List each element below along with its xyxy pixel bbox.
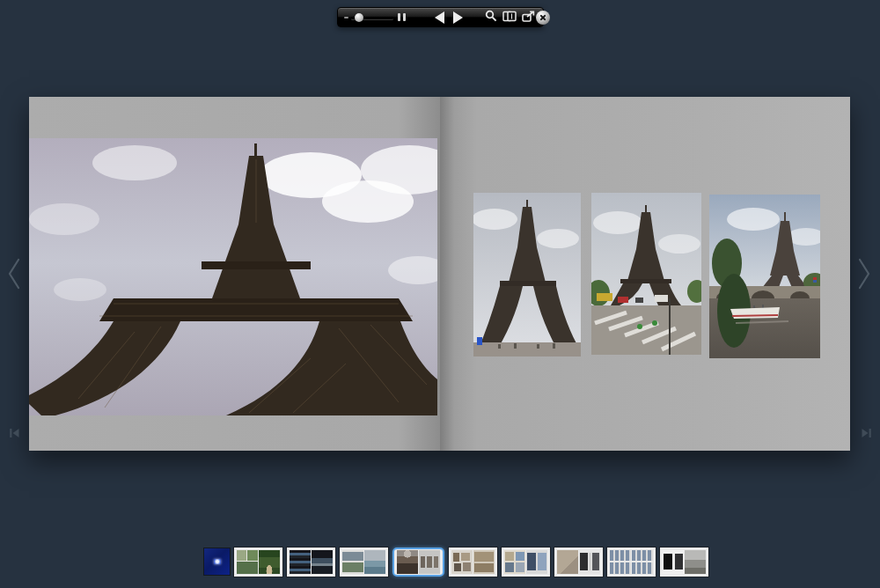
thumb-mini-page xyxy=(312,550,333,574)
thumb-mini-page xyxy=(579,550,600,574)
thumb-mini-page xyxy=(610,550,631,574)
thumb-mini-page xyxy=(290,550,311,574)
zoom-button[interactable] xyxy=(485,10,497,25)
photo-eiffel-street xyxy=(591,193,701,355)
thumb-mini-page xyxy=(259,550,280,574)
chevron-right-icon xyxy=(854,280,873,293)
thumb-mini-page xyxy=(237,550,258,574)
photo-eiffel-base xyxy=(473,193,581,356)
thumb-mini-page xyxy=(451,550,473,574)
thumbnail-spread-2[interactable] xyxy=(287,548,335,577)
previous-spread-arrow[interactable] xyxy=(5,257,25,293)
thumbnail-spread-8[interactable] xyxy=(607,548,656,577)
skip-to-first-icon xyxy=(9,428,20,441)
thumb-mini-page xyxy=(342,550,363,574)
previous-page-button[interactable] xyxy=(435,11,444,24)
book-spread xyxy=(29,97,850,451)
thumbnail-spread-9[interactable] xyxy=(660,548,708,577)
thumbnail-view-button[interactable] xyxy=(502,11,517,25)
thumb-mini-page xyxy=(473,550,495,574)
pause-button[interactable] xyxy=(393,13,406,21)
next-spread-arrow[interactable] xyxy=(854,257,873,293)
thumb-mini-page xyxy=(557,550,578,574)
thumb-mini-page xyxy=(632,550,653,574)
photo-eiffel-river xyxy=(709,195,820,358)
left-page[interactable] xyxy=(29,97,440,451)
thumbnail-spread-1[interactable] xyxy=(234,548,282,577)
left-triangle-icon xyxy=(435,11,444,24)
chevron-left-icon xyxy=(5,280,25,293)
cover-emblem-icon xyxy=(214,559,221,564)
pause-icon xyxy=(398,13,406,21)
thumbnail-spread-4[interactable] xyxy=(392,548,444,577)
thumb-mini-page xyxy=(364,550,385,574)
right-triangle-icon xyxy=(453,11,463,24)
toolbar xyxy=(337,7,544,27)
thumb-mini-page xyxy=(526,550,547,574)
thumb-mini-page xyxy=(397,550,418,574)
share-icon xyxy=(522,11,536,25)
thumb-mini-page xyxy=(663,550,684,574)
share-button[interactable] xyxy=(522,11,536,25)
first-page-button[interactable] xyxy=(9,428,20,441)
slider-min-icon xyxy=(344,17,348,18)
photo-eiffel-low-angle xyxy=(29,138,437,415)
thumbnail-spread-3[interactable] xyxy=(340,548,388,577)
thumbnail-strip xyxy=(204,545,708,578)
autoplay-speed-slider[interactable] xyxy=(351,11,393,24)
thumb-mini-page xyxy=(419,550,440,574)
thumbnail-spread-7[interactable] xyxy=(554,548,603,577)
thumbnail-spread-5[interactable] xyxy=(449,548,497,577)
magnifier-icon xyxy=(485,10,497,25)
viewer-background xyxy=(0,0,880,588)
thumbnail-spread-6[interactable] xyxy=(502,548,550,577)
thumb-mini-page xyxy=(504,550,525,574)
slider-handle[interactable] xyxy=(355,13,363,22)
last-page-button[interactable] xyxy=(861,428,872,441)
close-button[interactable] xyxy=(536,11,550,25)
thumb-mini-page xyxy=(685,550,706,574)
next-page-button[interactable] xyxy=(453,11,463,24)
right-page[interactable] xyxy=(440,97,850,451)
close-icon xyxy=(536,11,550,25)
skip-to-last-icon xyxy=(861,428,872,441)
pages-icon xyxy=(502,11,517,25)
thumbnail-cover[interactable] xyxy=(204,548,230,575)
